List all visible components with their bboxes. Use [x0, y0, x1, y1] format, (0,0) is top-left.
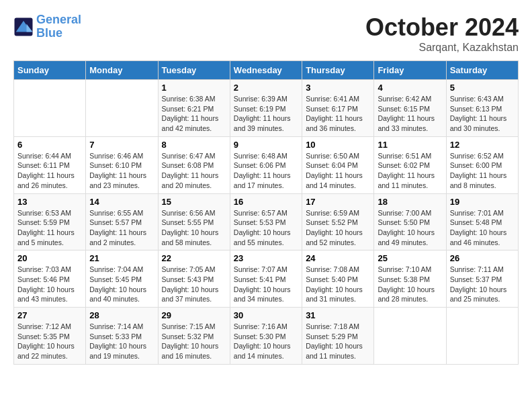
day-cell: 1Sunrise: 6:38 AM Sunset: 6:21 PM Daylig… [158, 80, 230, 137]
day-cell: 29Sunrise: 7:15 AM Sunset: 5:32 PM Dayli… [158, 308, 230, 365]
day-number: 5 [450, 83, 515, 93]
day-info: Sunrise: 6:48 AM Sunset: 6:06 PM Dayligh… [234, 151, 298, 191]
day-cell [86, 80, 158, 137]
day-info: Sunrise: 6:52 AM Sunset: 6:00 PM Dayligh… [450, 151, 515, 191]
day-info: Sunrise: 6:57 AM Sunset: 5:53 PM Dayligh… [234, 208, 298, 248]
day-number: 29 [162, 310, 226, 320]
week-row-4: 20Sunrise: 7:03 AM Sunset: 5:46 PM Dayli… [14, 250, 519, 308]
day-cell: 5Sunrise: 6:43 AM Sunset: 6:13 PM Daylig… [446, 80, 518, 137]
day-info: Sunrise: 6:51 AM Sunset: 6:02 PM Dayligh… [378, 151, 442, 191]
col-header-monday: Monday [86, 61, 158, 80]
day-number: 20 [17, 253, 82, 263]
week-row-3: 13Sunrise: 6:53 AM Sunset: 5:59 PM Dayli… [14, 193, 519, 250]
day-cell: 15Sunrise: 6:56 AM Sunset: 5:55 PM Dayli… [158, 193, 230, 250]
day-cell: 25Sunrise: 7:10 AM Sunset: 5:38 PM Dayli… [374, 250, 446, 308]
day-info: Sunrise: 6:46 AM Sunset: 6:10 PM Dayligh… [89, 151, 154, 191]
day-cell: 14Sunrise: 6:55 AM Sunset: 5:57 PM Dayli… [86, 193, 158, 250]
day-cell: 28Sunrise: 7:14 AM Sunset: 5:33 PM Dayli… [86, 308, 158, 365]
title-block: October 2024 Sarqant, Kazakhstan [365, 13, 519, 54]
day-cell: 30Sunrise: 7:16 AM Sunset: 5:30 PM Dayli… [230, 308, 302, 365]
day-cell: 11Sunrise: 6:51 AM Sunset: 6:02 PM Dayli… [374, 136, 446, 193]
day-number: 15 [162, 197, 226, 207]
page-header: General Blue October 2024 Sarqant, Kazak… [13, 13, 519, 54]
day-cell: 24Sunrise: 7:08 AM Sunset: 5:40 PM Dayli… [302, 250, 374, 308]
day-cell: 17Sunrise: 6:59 AM Sunset: 5:52 PM Dayli… [302, 193, 374, 250]
day-info: Sunrise: 7:03 AM Sunset: 5:46 PM Dayligh… [17, 265, 82, 304]
col-header-friday: Friday [374, 61, 446, 80]
day-number: 30 [234, 310, 298, 320]
logo-text: General Blue [36, 13, 81, 40]
day-info: Sunrise: 7:18 AM Sunset: 5:29 PM Dayligh… [306, 322, 370, 361]
day-number: 17 [306, 197, 370, 207]
day-info: Sunrise: 7:15 AM Sunset: 5:32 PM Dayligh… [162, 322, 226, 361]
day-number: 21 [89, 253, 154, 263]
col-header-sunday: Sunday [14, 61, 86, 80]
day-number: 24 [306, 253, 370, 263]
day-info: Sunrise: 7:07 AM Sunset: 5:41 PM Dayligh… [234, 265, 298, 304]
day-cell [14, 80, 86, 137]
location: Sarqant, Kazakhstan [365, 42, 519, 54]
day-info: Sunrise: 7:05 AM Sunset: 5:43 PM Dayligh… [162, 265, 226, 304]
day-info: Sunrise: 7:14 AM Sunset: 5:33 PM Dayligh… [89, 322, 154, 361]
day-number: 25 [378, 253, 442, 263]
day-info: Sunrise: 7:08 AM Sunset: 5:40 PM Dayligh… [306, 265, 370, 304]
day-cell: 31Sunrise: 7:18 AM Sunset: 5:29 PM Dayli… [302, 308, 374, 365]
day-cell: 6Sunrise: 6:44 AM Sunset: 6:11 PM Daylig… [14, 136, 86, 193]
day-info: Sunrise: 6:59 AM Sunset: 5:52 PM Dayligh… [306, 208, 370, 248]
day-cell: 3Sunrise: 6:41 AM Sunset: 6:17 PM Daylig… [302, 80, 374, 137]
logo: General Blue [13, 13, 81, 40]
day-cell: 19Sunrise: 7:01 AM Sunset: 5:48 PM Dayli… [446, 193, 518, 250]
day-info: Sunrise: 7:04 AM Sunset: 5:45 PM Dayligh… [89, 265, 154, 304]
day-number: 3 [306, 83, 370, 93]
week-row-5: 27Sunrise: 7:12 AM Sunset: 5:35 PM Dayli… [14, 308, 519, 365]
day-info: Sunrise: 7:10 AM Sunset: 5:38 PM Dayligh… [378, 265, 442, 304]
day-cell: 22Sunrise: 7:05 AM Sunset: 5:43 PM Dayli… [158, 250, 230, 308]
day-cell [374, 308, 446, 365]
day-number: 7 [89, 140, 154, 150]
day-number: 23 [234, 253, 298, 263]
day-cell: 8Sunrise: 6:47 AM Sunset: 6:08 PM Daylig… [158, 136, 230, 193]
day-number: 9 [234, 140, 298, 150]
day-info: Sunrise: 6:38 AM Sunset: 6:21 PM Dayligh… [162, 94, 226, 134]
day-info: Sunrise: 6:56 AM Sunset: 5:55 PM Dayligh… [162, 208, 226, 248]
col-header-tuesday: Tuesday [158, 61, 230, 80]
day-number: 2 [234, 83, 298, 93]
day-number: 4 [378, 83, 442, 93]
day-cell: 26Sunrise: 7:11 AM Sunset: 5:37 PM Dayli… [446, 250, 518, 308]
logo-general: General [36, 13, 81, 26]
logo-blue: Blue [36, 26, 62, 40]
day-number: 8 [162, 140, 226, 150]
day-info: Sunrise: 7:16 AM Sunset: 5:30 PM Dayligh… [234, 322, 298, 361]
day-cell: 16Sunrise: 6:57 AM Sunset: 5:53 PM Dayli… [230, 193, 302, 250]
day-info: Sunrise: 7:11 AM Sunset: 5:37 PM Dayligh… [450, 265, 515, 304]
day-info: Sunrise: 6:42 AM Sunset: 6:15 PM Dayligh… [378, 94, 442, 134]
day-number: 10 [306, 140, 370, 150]
day-number: 19 [450, 197, 515, 207]
day-number: 12 [450, 140, 515, 150]
day-cell: 4Sunrise: 6:42 AM Sunset: 6:15 PM Daylig… [374, 80, 446, 137]
header-row: SundayMondayTuesdayWednesdayThursdayFrid… [14, 61, 519, 80]
day-number: 26 [450, 253, 515, 263]
day-number: 1 [162, 83, 226, 93]
day-info: Sunrise: 6:50 AM Sunset: 6:04 PM Dayligh… [306, 151, 370, 191]
col-header-saturday: Saturday [446, 61, 518, 80]
day-cell: 23Sunrise: 7:07 AM Sunset: 5:41 PM Dayli… [230, 250, 302, 308]
week-row-1: 1Sunrise: 6:38 AM Sunset: 6:21 PM Daylig… [14, 80, 519, 137]
logo-icon [13, 17, 34, 37]
day-number: 18 [378, 197, 442, 207]
day-cell [446, 308, 518, 365]
day-cell: 13Sunrise: 6:53 AM Sunset: 5:59 PM Dayli… [14, 193, 86, 250]
day-number: 14 [89, 197, 154, 207]
day-number: 13 [17, 197, 82, 207]
day-number: 16 [234, 197, 298, 207]
day-number: 22 [162, 253, 226, 263]
day-cell: 7Sunrise: 6:46 AM Sunset: 6:10 PM Daylig… [86, 136, 158, 193]
day-cell: 27Sunrise: 7:12 AM Sunset: 5:35 PM Dayli… [14, 308, 86, 365]
day-number: 6 [17, 140, 82, 150]
day-info: Sunrise: 6:53 AM Sunset: 5:59 PM Dayligh… [17, 208, 82, 248]
day-cell: 9Sunrise: 6:48 AM Sunset: 6:06 PM Daylig… [230, 136, 302, 193]
day-info: Sunrise: 6:47 AM Sunset: 6:08 PM Dayligh… [162, 151, 226, 191]
day-cell: 21Sunrise: 7:04 AM Sunset: 5:45 PM Dayli… [86, 250, 158, 308]
day-info: Sunrise: 7:00 AM Sunset: 5:50 PM Dayligh… [378, 208, 442, 248]
day-cell: 18Sunrise: 7:00 AM Sunset: 5:50 PM Dayli… [374, 193, 446, 250]
